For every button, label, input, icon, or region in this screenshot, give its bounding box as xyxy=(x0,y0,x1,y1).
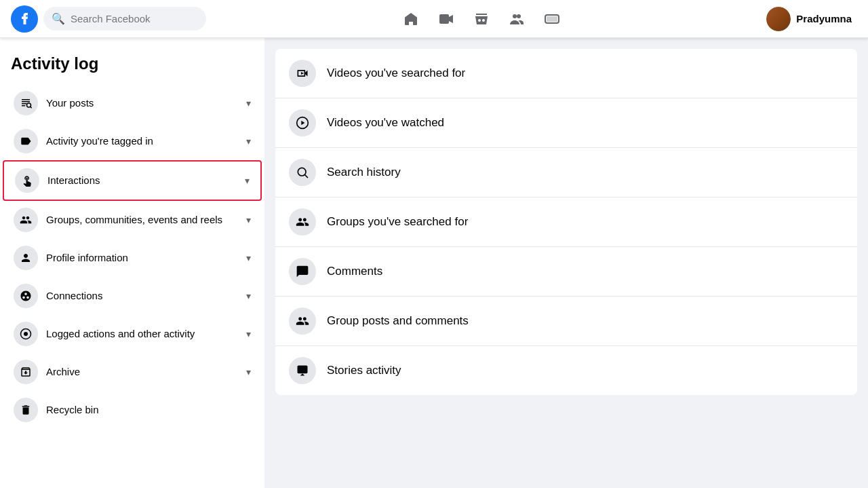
sidebar-item-label: Archive xyxy=(46,365,246,379)
sidebar: Activity log Your posts ▾ Activity you'r… xyxy=(0,38,264,488)
search-history-icon xyxy=(289,159,316,186)
content-item-text: Comments xyxy=(327,265,382,278)
user-name: Pradyumna xyxy=(796,13,852,24)
svg-marker-15 xyxy=(300,373,305,375)
interactions-icon xyxy=(15,168,39,193)
connections-icon xyxy=(14,284,38,308)
avatar xyxy=(766,7,791,31)
list-item[interactable]: Videos you've searched for xyxy=(275,49,857,98)
svg-point-13 xyxy=(298,168,306,176)
activity-tagged-icon xyxy=(14,129,38,153)
list-item[interactable]: Group posts and comments xyxy=(275,297,857,346)
sidebar-item-archive[interactable]: Archive ▾ xyxy=(3,353,262,391)
search-bar[interactable]: 🔍 xyxy=(43,7,206,31)
groups-nav-button[interactable] xyxy=(500,3,533,35)
chevron-down-icon: ▾ xyxy=(245,175,250,186)
sidebar-item-label: Activity you're tagged in xyxy=(46,134,246,148)
video-icon xyxy=(438,11,454,27)
groups-searched-icon xyxy=(289,208,316,236)
archive-icon xyxy=(14,360,38,384)
list-item[interactable]: Stories activity xyxy=(275,346,857,395)
videos-searched-icon xyxy=(289,60,316,87)
sidebar-item-label: Recycle bin xyxy=(46,403,251,417)
list-item[interactable]: Search history xyxy=(275,148,857,198)
content-item-text: Videos you've searched for xyxy=(327,67,465,80)
sidebar-item-profile-information[interactable]: Profile information ▾ xyxy=(3,239,262,277)
sidebar-item-label: Logged actions and other activity xyxy=(46,327,246,341)
chevron-down-icon: ▾ xyxy=(246,290,251,301)
search-input[interactable] xyxy=(71,13,198,24)
content-item-text: Group posts and comments xyxy=(327,314,469,328)
sidebar-item-groups-communities[interactable]: Groups, communities, events and reels ▾ xyxy=(3,201,262,239)
your-posts-icon xyxy=(14,91,38,115)
marketplace-icon xyxy=(473,11,490,27)
chevron-down-icon: ▾ xyxy=(246,252,251,263)
top-navigation: 🔍 xyxy=(0,0,868,38)
recycle-bin-icon xyxy=(14,398,38,422)
nav-left: 🔍 xyxy=(11,5,241,33)
svg-rect-7 xyxy=(547,16,557,22)
nav-right: Pradyumna xyxy=(722,4,857,34)
interactions-content-card: Videos you've searched for Videos you've… xyxy=(275,49,857,395)
group-posts-icon xyxy=(289,307,316,335)
svg-point-4 xyxy=(513,14,517,18)
content-item-text: Groups you've searched for xyxy=(327,215,468,229)
list-item[interactable]: Groups you've searched for xyxy=(275,198,857,247)
home-icon xyxy=(403,11,419,27)
sidebar-item-your-posts[interactable]: Your posts ▾ xyxy=(3,84,262,122)
chevron-down-icon: ▾ xyxy=(246,98,251,109)
page-title: Activity log xyxy=(0,49,264,84)
chevron-down-icon: ▾ xyxy=(246,367,251,377)
user-profile-button[interactable]: Pradyumna xyxy=(761,4,857,34)
content-item-text: Stories activity xyxy=(327,364,401,377)
groups-icon xyxy=(509,11,525,27)
marketplace-nav-button[interactable] xyxy=(465,3,498,35)
content-item-text: Videos you've watched xyxy=(327,116,444,130)
groups-communities-icon xyxy=(14,208,38,232)
gaming-nav-button[interactable] xyxy=(536,3,568,35)
sidebar-item-activity-tagged[interactable]: Activity you're tagged in ▾ xyxy=(3,122,262,160)
svg-rect-14 xyxy=(298,366,308,374)
svg-point-10 xyxy=(24,332,28,336)
sidebar-item-label: Groups, communities, events and reels xyxy=(46,213,246,227)
gaming-icon xyxy=(544,11,560,27)
comments-icon xyxy=(289,258,316,285)
sidebar-item-label: Your posts xyxy=(46,96,246,110)
sidebar-item-label: Profile information xyxy=(46,251,246,265)
chevron-down-icon: ▾ xyxy=(246,136,251,147)
sidebar-item-recycle-bin[interactable]: Recycle bin xyxy=(3,391,262,429)
svg-marker-12 xyxy=(301,121,304,126)
home-nav-button[interactable] xyxy=(395,3,427,35)
svg-point-5 xyxy=(517,14,521,18)
sidebar-item-logged-actions[interactable]: Logged actions and other activity ▾ xyxy=(3,315,262,353)
sidebar-item-interactions[interactable]: Interactions ▾ xyxy=(3,160,262,201)
sidebar-item-label: Interactions xyxy=(47,174,245,187)
svg-point-3 xyxy=(482,19,485,22)
chevron-down-icon: ▾ xyxy=(246,329,251,339)
video-nav-button[interactable] xyxy=(430,3,462,35)
nav-center xyxy=(241,3,722,35)
stories-activity-icon xyxy=(289,357,316,384)
content-area: Videos you've searched for Videos you've… xyxy=(264,38,868,488)
list-item[interactable]: Videos you've watched xyxy=(275,98,857,148)
videos-watched-icon xyxy=(289,109,316,136)
sidebar-item-label: Connections xyxy=(46,289,246,303)
main-layout: Activity log Your posts ▾ Activity you'r… xyxy=(0,38,868,488)
sidebar-item-connections[interactable]: Connections ▾ xyxy=(3,277,262,315)
svg-rect-1 xyxy=(439,14,449,24)
list-item[interactable]: Comments xyxy=(275,247,857,297)
chevron-down-icon: ▾ xyxy=(246,214,251,225)
logged-actions-icon xyxy=(14,322,38,346)
search-icon: 🔍 xyxy=(52,12,65,25)
svg-point-2 xyxy=(478,19,481,22)
content-item-text: Search history xyxy=(327,166,401,179)
facebook-logo[interactable] xyxy=(11,5,38,33)
profile-information-icon xyxy=(14,246,38,270)
